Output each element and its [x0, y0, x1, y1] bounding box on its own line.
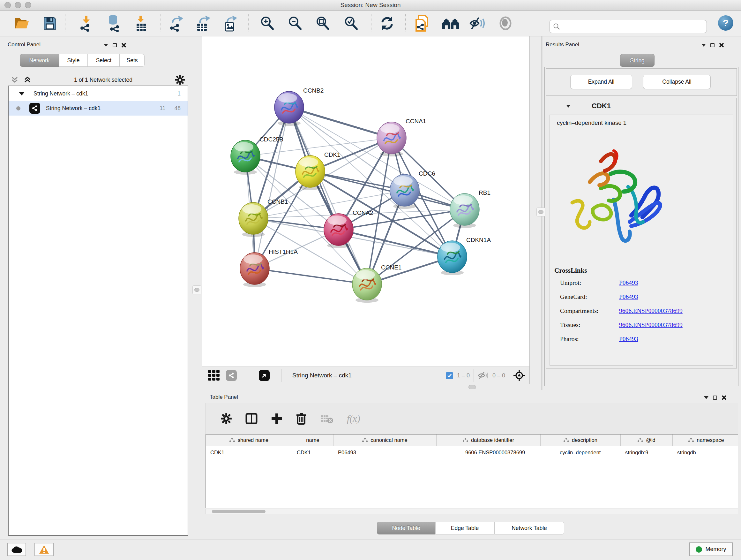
cell-name[interactable]: CDK1 — [292, 446, 333, 458]
cloud-button[interactable] — [7, 543, 26, 556]
refresh-icon[interactable] — [378, 14, 396, 32]
network-node-CDKN1A[interactable]: CDKN1A — [437, 237, 491, 275]
zoom-selected-icon[interactable] — [342, 14, 360, 32]
tab-node-table[interactable]: Node Table — [377, 522, 435, 535]
network-node-CCNA1[interactable]: CCNA1 — [377, 118, 426, 157]
close-panel-icon[interactable] — [121, 43, 126, 48]
cell-description[interactable]: cyclin–dependent ... — [541, 446, 621, 458]
selected-checkbox-icon[interactable] — [446, 372, 453, 379]
attribute-icon — [688, 438, 694, 442]
network-node-CDK1[interactable]: CDK1 — [295, 151, 340, 190]
collapse-all-icon[interactable] — [10, 76, 19, 84]
network-overview-icon[interactable] — [442, 14, 460, 32]
memory-button[interactable]: Memory — [689, 543, 733, 556]
column-header[interactable]: database identifier — [436, 435, 541, 446]
float-panel-icon[interactable] — [711, 43, 715, 47]
column-header[interactable]: description — [541, 435, 621, 446]
cell-namespace[interactable]: stringdb — [673, 446, 738, 458]
string-view-icon[interactable] — [226, 370, 237, 381]
expand-all-button[interactable]: Expand All — [570, 75, 632, 89]
control-panel-title: Control Panel — [8, 42, 41, 48]
zoom-in-icon[interactable] — [259, 14, 276, 32]
node-label: CDKN1A — [466, 237, 491, 243]
zoom-out-icon[interactable] — [286, 14, 304, 32]
crosslink-uniprot[interactable]: P06493 — [619, 279, 726, 287]
tab-string[interactable]: String — [620, 54, 655, 67]
network-row-selected[interactable]: String Network – cdk1 11 48 — [9, 101, 188, 116]
panel-menu-icon[interactable] — [701, 44, 706, 47]
left-splitter-handle[interactable] — [192, 286, 201, 294]
zoom-fit-icon[interactable] — [314, 14, 332, 32]
tab-style[interactable]: Style — [59, 54, 88, 67]
collapse-all-button[interactable]: Collapse All — [643, 75, 711, 89]
collection-expander-icon[interactable] — [19, 92, 24, 96]
network-node-CCNB2[interactable]: CCNB2 — [274, 87, 324, 126]
cell-shared-name[interactable]: CDK1 — [206, 446, 292, 458]
column-header[interactable]: canonical name — [333, 435, 436, 446]
network-edge[interactable] — [255, 268, 367, 284]
network-edge[interactable] — [289, 107, 367, 284]
expand-all-icon[interactable] — [23, 76, 31, 84]
open-session-icon[interactable] — [13, 14, 30, 32]
table-header-row: shared name name canonical name database… — [206, 435, 738, 446]
network-edge[interactable] — [255, 107, 289, 268]
column-header[interactable]: shared name — [206, 435, 292, 446]
import-network-database-icon[interactable] — [105, 14, 122, 32]
help-icon[interactable]: ? — [718, 15, 733, 30]
tab-network-table[interactable]: Network Table — [494, 522, 564, 535]
network-collection-row[interactable]: String Network – cdk1 1 — [9, 86, 188, 101]
right-splitter-handle[interactable] — [536, 207, 545, 216]
tab-sets[interactable]: Sets — [120, 54, 145, 67]
crosslink-genecard[interactable]: P06493 — [619, 294, 726, 300]
inactive-eye-icon[interactable] — [496, 14, 515, 32]
left-splitter[interactable] — [192, 37, 202, 540]
search-field[interactable] — [549, 20, 707, 33]
hide-show-icon[interactable] — [469, 14, 487, 32]
network-edge[interactable] — [289, 107, 392, 138]
table-gear-icon[interactable] — [220, 413, 232, 424]
cell-canonical-name[interactable]: P06493 — [333, 446, 436, 458]
import-network-file-icon[interactable] — [77, 14, 95, 32]
add-column-icon[interactable] — [271, 413, 282, 424]
bottom-splitter-handle[interactable] — [468, 385, 476, 389]
scrollbar-thumb[interactable] — [212, 510, 266, 513]
network-canvas[interactable]: CCNB2CCNA1CDC25BCDK1CDC6RB1CCNB1CCNA2CDK… — [202, 37, 530, 367]
network-node-RB1[interactable]: RB1 — [450, 189, 490, 228]
table-horizontal-scrollbar[interactable] — [205, 509, 738, 514]
column-header[interactable]: name — [292, 435, 333, 446]
panel-menu-icon[interactable] — [704, 396, 709, 399]
export-image-icon[interactable] — [221, 14, 239, 32]
table-row[interactable]: CDK1 CDK1 P06493 9606.ENSP00000378699 cy… — [206, 446, 738, 458]
show-columns-icon[interactable] — [246, 413, 258, 425]
export-network-icon[interactable] — [167, 14, 185, 32]
network-node-CDC6[interactable]: CDC6 — [390, 170, 435, 209]
network-node-HIST1H1A[interactable]: HIST1H1A — [240, 248, 298, 287]
cell-id[interactable]: stringdb:9... — [621, 446, 673, 458]
tab-network[interactable]: Network — [20, 54, 59, 67]
crosslink-tissues[interactable]: 9606.ENSP00000378699 — [619, 321, 726, 328]
warning-button[interactable] — [35, 543, 54, 556]
birds-eye-grid-icon[interactable] — [207, 368, 221, 383]
cell-database-identifier[interactable]: 9606.ENSP00000378699 — [436, 446, 541, 458]
open-in-window-icon[interactable] — [259, 370, 270, 381]
protein-expander-icon[interactable] — [566, 105, 570, 108]
delete-column-icon[interactable] — [296, 413, 307, 425]
close-panel-icon[interactable] — [719, 43, 724, 48]
gear-icon[interactable] — [175, 75, 185, 85]
tab-edge-table[interactable]: Edge Table — [435, 522, 494, 535]
close-panel-icon[interactable] — [722, 395, 726, 400]
float-panel-icon[interactable] — [713, 395, 717, 400]
import-table-icon[interactable] — [133, 14, 151, 32]
network-node-CCNB1[interactable]: CCNB1 — [239, 198, 288, 237]
float-panel-icon[interactable] — [113, 43, 117, 47]
crosslink-compartments[interactable]: 9606.ENSP00000378699 — [619, 307, 726, 314]
crosslink-pharos[interactable]: P06493 — [619, 335, 726, 343]
column-header[interactable]: @id — [621, 435, 673, 446]
panel-menu-icon[interactable] — [104, 44, 108, 47]
export-table-icon[interactable] — [194, 14, 212, 32]
clone-network-icon[interactable] — [413, 14, 431, 32]
column-header[interactable]: namespace — [673, 435, 738, 446]
fit-selected-crosshair-icon[interactable] — [513, 369, 526, 382]
save-session-icon[interactable] — [41, 14, 59, 32]
tab-select[interactable]: Select — [88, 54, 120, 67]
